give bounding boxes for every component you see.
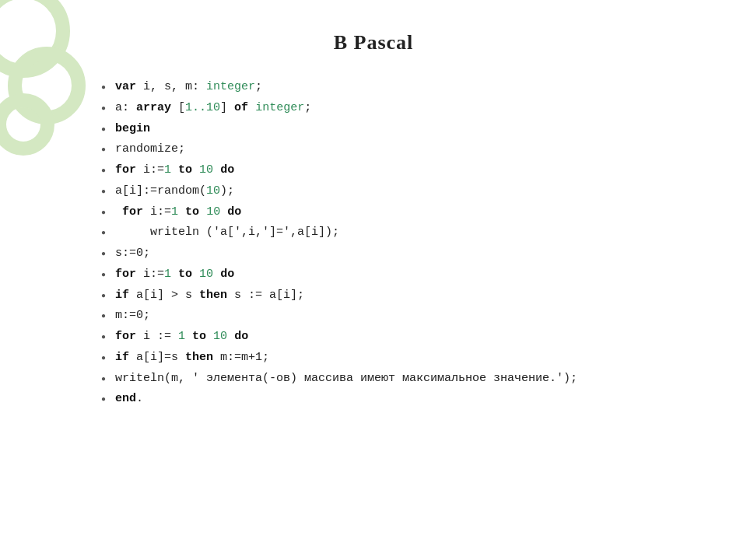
code-text-11: if a[i] > s then s := a[i]; [115,286,304,306]
code-text-4: randomize; [115,140,185,159]
code-line-14: ●if a[i]=s then m:=m+1; [101,348,700,368]
bullet-15: ● [101,373,106,387]
bullet-1: ● [101,82,106,95]
bullet-12: ● [101,310,106,324]
code-text-16: end. [115,390,143,409]
circle-3 [0,93,54,156]
circle-2 [8,47,86,124]
code-text-7: for i:=1 to 10 do [115,203,241,222]
bullet-4: ● [101,144,106,157]
code-line-10: ●for i:=1 to 10 do [101,265,700,285]
code-text-2: a: array [1..10] of integer; [115,99,311,118]
page-title: В Pascal [0,31,747,54]
decoration [0,0,86,156]
code-text-3: begin [115,120,150,139]
bullet-7: ● [101,207,106,220]
code-line-9: ●s:=0; [101,244,700,264]
code-text-15: writeln(m, ' элемента(-ов) массива имеют… [115,369,577,389]
code-line-7: ● for i:=1 to 10 do [101,203,700,222]
code-line-11: ●if a[i] > s then s := a[i]; [101,286,700,306]
code-line-16: ●end. [101,390,700,409]
bullet-16: ● [101,394,106,407]
code-line-3: ●begin [101,120,700,139]
code-line-13: ●for i := 1 to 10 do [101,327,700,347]
code-container: ●var i, s, m: integer;●a: array [1..10] … [101,78,700,409]
bullet-3: ● [101,124,106,137]
bullet-8: ● [101,227,106,240]
bullet-10: ● [101,269,106,282]
code-line-2: ●a: array [1..10] of integer; [101,99,700,118]
code-text-12: m:=0; [115,306,150,326]
code-text-10: for i:=1 to 10 do [115,265,234,285]
code-text-13: for i := 1 to 10 do [115,327,248,347]
bullet-11: ● [101,290,106,303]
code-text-5: for i:=1 to 10 do [115,161,234,180]
code-line-15: ●writeln(m, ' элемента(-ов) массива имею… [101,369,700,389]
bullet-6: ● [101,186,106,199]
code-text-8: writeln ('a[',i,']=',a[i]); [115,223,339,243]
code-line-12: ●m:=0; [101,306,700,326]
bullet-5: ● [101,165,106,178]
bullet-9: ● [101,248,106,261]
code-line-8: ● writeln ('a[',i,']=',a[i]); [101,223,700,243]
code-line-5: ●for i:=1 to 10 do [101,161,700,180]
code-text-6: a[i]:=random(10); [115,182,234,201]
code-text-1: var i, s, m: integer; [115,78,262,97]
bullet-14: ● [101,352,106,366]
code-line-6: ●a[i]:=random(10); [101,182,700,201]
bullet-2: ● [101,103,106,116]
code-line-1: ●var i, s, m: integer; [101,78,700,97]
code-line-4: ●randomize; [101,140,700,159]
code-text-9: s:=0; [115,244,150,264]
code-text-14: if a[i]=s then m:=m+1; [115,348,269,368]
bullet-13: ● [101,331,106,345]
